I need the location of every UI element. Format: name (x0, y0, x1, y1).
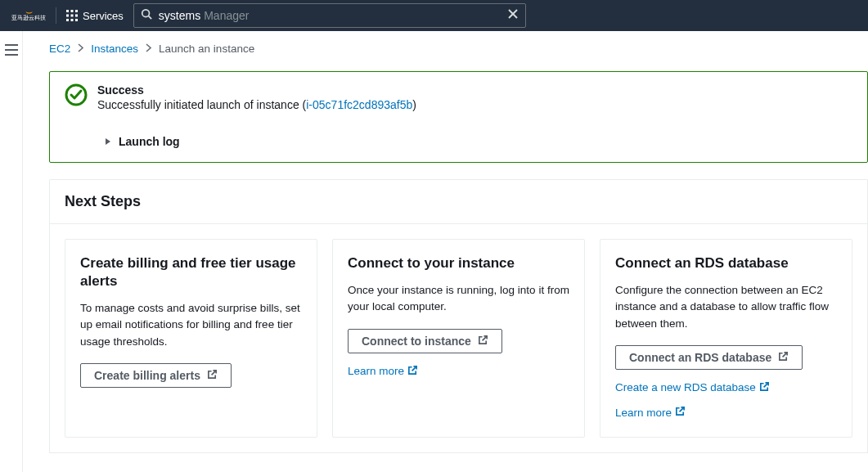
card-title: Connect to your instance (348, 254, 569, 272)
services-label: Services (83, 10, 124, 22)
svg-line-10 (148, 16, 151, 20)
breadcrumb-ec2[interactable]: EC2 (49, 43, 70, 55)
create-billing-alerts-button[interactable]: Create billing alerts (80, 363, 232, 388)
sidebar-rail (0, 31, 23, 472)
next-steps-cards: Create billing and free tier usage alert… (49, 223, 868, 453)
svg-rect-5 (75, 15, 78, 17)
card-title: Connect an RDS database (615, 254, 837, 272)
learn-more-link[interactable]: Learn more (348, 365, 418, 378)
svg-rect-6 (66, 19, 69, 21)
learn-more-link[interactable]: Learn more (615, 406, 837, 419)
svg-rect-2 (75, 10, 78, 12)
chevron-right-icon (78, 43, 83, 55)
connect-rds-button[interactable]: Connect an RDS database (615, 345, 803, 370)
breadcrumb-instances[interactable]: Instances (91, 43, 138, 55)
search-input[interactable]: systems Manager (133, 3, 526, 28)
create-new-rds-link[interactable]: Create a new RDS database (615, 381, 770, 394)
svg-rect-4 (71, 15, 74, 17)
clear-search-icon[interactable] (507, 8, 519, 23)
main-content: EC2 Instances Launch an instance Success… (23, 31, 868, 472)
external-link-icon (675, 406, 686, 419)
instance-id-link[interactable]: i-05c71fc2cd893af5b (306, 98, 412, 111)
svg-line-20 (412, 366, 417, 371)
services-menu-button[interactable]: Services (66, 10, 124, 22)
launch-log-label: Launch log (119, 135, 180, 148)
svg-rect-3 (66, 15, 69, 17)
external-link-icon (207, 369, 218, 382)
search-placeholder-suffix: Manager (204, 9, 249, 22)
card-connect-instance: Connect to your instance Once your insta… (332, 239, 585, 438)
svg-line-18 (212, 371, 217, 375)
card-connect-rds: Connect an RDS database Configure the co… (600, 239, 852, 438)
search-typed-text: systems (159, 9, 200, 22)
svg-point-9 (142, 10, 150, 17)
caret-right-icon (104, 134, 112, 149)
external-link-icon (407, 365, 418, 378)
success-check-icon (65, 83, 88, 149)
alert-title: Success (97, 83, 852, 97)
external-link-icon (759, 381, 770, 394)
svg-rect-8 (75, 19, 78, 21)
connect-to-instance-button[interactable]: Connect to instance (348, 329, 502, 353)
card-desc: To manage costs and avoid surprise bills… (80, 300, 302, 350)
top-nav: ⌣ 亚马逊云科技 Services systems Manager (0, 0, 868, 31)
card-desc: Once your instance is running, log into … (348, 282, 569, 316)
chevron-right-icon (146, 43, 151, 55)
svg-marker-17 (106, 138, 110, 145)
card-desc: Configure the connection between an EC2 … (615, 282, 837, 332)
next-steps-title: Next Steps (49, 179, 868, 223)
external-link-icon (778, 351, 789, 364)
svg-rect-7 (71, 19, 74, 21)
launch-log-toggle[interactable]: Launch log (104, 134, 852, 149)
svg-rect-1 (71, 10, 74, 12)
success-alert: Success Successfully initiated launch of… (49, 71, 868, 163)
alert-message: Successfully initiated launch of instanc… (97, 98, 852, 111)
svg-rect-0 (66, 10, 69, 12)
aws-logo[interactable]: ⌣ 亚马逊云科技 (8, 7, 56, 24)
breadcrumb-current: Launch an instance (159, 43, 254, 55)
breadcrumb: EC2 Instances Launch an instance (49, 43, 868, 55)
grid-icon (66, 10, 78, 21)
search-icon (141, 8, 152, 23)
card-billing-alerts: Create billing and free tier usage alert… (65, 239, 317, 438)
external-link-icon (478, 335, 488, 348)
card-title: Create billing and free tier usage alert… (80, 254, 302, 290)
hamburger-icon[interactable] (5, 44, 18, 472)
